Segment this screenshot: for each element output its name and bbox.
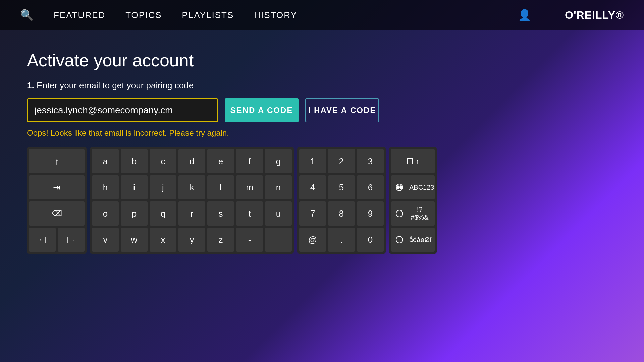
main-content: Activate your account 1. Enter your emai… xyxy=(0,30,644,274)
key-p[interactable]: p xyxy=(121,201,148,226)
key-hyphen[interactable]: - xyxy=(236,228,263,252)
key-tab[interactable]: ⇥ xyxy=(29,175,85,199)
key-8[interactable]: 8 xyxy=(328,201,355,226)
keyboard-letters-section: a b c d e f g h i j k l m n o p q r s t xyxy=(90,147,294,254)
key-j[interactable]: j xyxy=(150,175,176,199)
user-icon[interactable]: 👤 xyxy=(518,9,531,21)
radio-unselected-icon2 xyxy=(396,236,403,243)
mode-accents-label: åéàøØî xyxy=(409,236,432,244)
keyboard-numbers-section: 1 2 3 4 5 6 7 8 9 @ . 0 xyxy=(297,147,386,254)
key-w[interactable]: w xyxy=(121,228,148,252)
key-o[interactable]: o xyxy=(92,201,119,226)
key-k[interactable]: k xyxy=(178,175,205,199)
navigation: 🔍 FEATURED TOPICS PLAYLISTS HISTORY 👤 O'… xyxy=(0,0,644,30)
key-2[interactable]: 2 xyxy=(328,149,355,173)
key-7[interactable]: 7 xyxy=(299,201,326,226)
square-icon xyxy=(407,158,413,164)
input-row: SEND A CODE I HAVE A CODE xyxy=(27,98,617,122)
key-g[interactable]: g xyxy=(265,149,292,173)
nav-featured[interactable]: FEATURED xyxy=(54,10,105,20)
key-5[interactable]: 5 xyxy=(328,175,355,199)
keyboard-mode-section: ↑ ABC123 !?#$%& åéàøØî xyxy=(389,147,437,254)
page-title: Activate your account xyxy=(27,50,617,70)
site-logo: O'REILLY® xyxy=(565,9,624,21)
radio-unselected-icon xyxy=(396,210,403,217)
nav-playlists[interactable]: PLAYLISTS xyxy=(182,10,234,20)
error-message: Oops! Looks like that email is incorrect… xyxy=(27,128,617,138)
key-s[interactable]: s xyxy=(207,201,234,226)
key-6[interactable]: 6 xyxy=(357,175,384,199)
mode-symbols-label: !?#$%& xyxy=(409,206,430,221)
key-at[interactable]: @ xyxy=(299,228,326,252)
send-code-button[interactable]: SEND A CODE xyxy=(225,98,299,122)
key-f[interactable]: f xyxy=(236,149,263,173)
nav-history[interactable]: HISTORY xyxy=(254,10,297,20)
key-t[interactable]: t xyxy=(236,201,263,226)
email-input[interactable] xyxy=(27,98,218,122)
key-n[interactable]: n xyxy=(265,175,292,199)
mode-key-accents[interactable]: åéàøØî xyxy=(391,228,435,252)
keyboard-area: ↑ ⇥ ⌫ ←| |→ a b c d e f g h i j xyxy=(27,147,617,254)
key-b[interactable]: b xyxy=(121,149,148,173)
arrow-up-icon: ↑ xyxy=(416,158,419,165)
key-backspace[interactable]: ⌫ xyxy=(29,201,85,226)
key-z[interactable]: z xyxy=(207,228,234,252)
key-v[interactable]: v xyxy=(92,228,119,252)
key-u[interactable]: u xyxy=(265,201,292,226)
key-a[interactable]: a xyxy=(92,149,119,173)
key-c[interactable]: c xyxy=(150,149,176,173)
letters-grid: a b c d e f g h i j k l m n o p q r s t xyxy=(92,149,292,252)
key-0[interactable]: 0 xyxy=(357,228,384,252)
key-r[interactable]: r xyxy=(178,201,205,226)
nav-links: FEATURED TOPICS PLAYLISTS HISTORY xyxy=(54,10,498,20)
key-l[interactable]: l xyxy=(207,175,234,199)
mode-key-layout[interactable]: ↑ xyxy=(391,149,435,173)
key-1[interactable]: 1 xyxy=(299,149,326,173)
have-code-button[interactable]: I HAVE A CODE xyxy=(305,98,379,122)
mode-key-symbols[interactable]: !?#$%& xyxy=(391,201,435,226)
key-shift[interactable]: ↑ xyxy=(29,149,85,173)
key-h[interactable]: h xyxy=(92,175,119,199)
numbers-grid: 1 2 3 4 5 6 7 8 9 @ . 0 xyxy=(299,149,384,252)
nav-topics[interactable]: TOPICS xyxy=(125,10,162,20)
key-cursor-right[interactable]: |→ xyxy=(58,228,85,252)
mode-key-alphanumeric[interactable]: ABC123 xyxy=(391,175,435,199)
key-9[interactable]: 9 xyxy=(357,201,384,226)
radio-selected-icon xyxy=(396,184,403,191)
mode-alphanumeric-label: ABC123 xyxy=(409,184,434,191)
search-icon[interactable]: 🔍 xyxy=(20,9,34,21)
key-underscore[interactable]: _ xyxy=(265,228,292,252)
key-cursor-left[interactable]: ←| xyxy=(29,228,56,252)
key-4[interactable]: 4 xyxy=(299,175,326,199)
key-y[interactable]: y xyxy=(178,228,205,252)
key-3[interactable]: 3 xyxy=(357,149,384,173)
key-e[interactable]: e xyxy=(207,149,234,173)
key-x[interactable]: x xyxy=(150,228,176,252)
key-i[interactable]: i xyxy=(121,175,148,199)
step-instruction: 1. Enter your email to get your pairing … xyxy=(27,80,617,91)
key-m[interactable]: m xyxy=(236,175,263,199)
key-q[interactable]: q xyxy=(150,201,176,226)
keyboard-control-section: ↑ ⇥ ⌫ ←| |→ xyxy=(27,147,87,254)
key-d[interactable]: d xyxy=(178,149,205,173)
control-keys-grid: ↑ ⇥ ⌫ ←| |→ xyxy=(29,149,85,252)
key-period[interactable]: . xyxy=(328,228,355,252)
